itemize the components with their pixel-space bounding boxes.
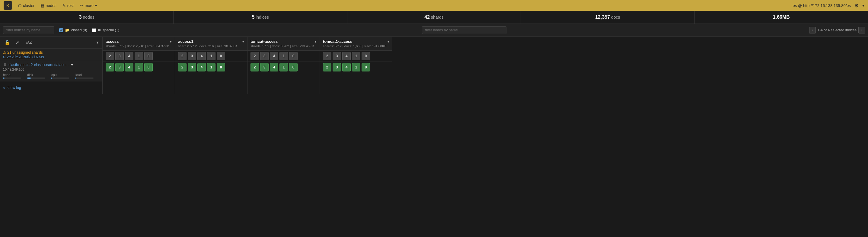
size-value: 1.66MB	[773, 14, 790, 20]
shard-cell-unassigned[interactable]: 0	[362, 52, 370, 60]
index-filter-input[interactable]	[3, 26, 54, 34]
shard-cell-unassigned[interactable]: 3	[260, 52, 269, 60]
shard-cell-unassigned[interactable]: 2	[105, 52, 114, 60]
shard-row-unassigned-tomcat1-access: 23410	[320, 50, 392, 62]
shard-cell-unassigned[interactable]: 0	[217, 52, 225, 60]
shard-cell-unassigned[interactable]: 1	[352, 52, 360, 60]
special-checkbox[interactable]	[92, 28, 96, 32]
heap-bar-fill	[3, 77, 4, 79]
shard-cell-assigned[interactable]: 3	[188, 63, 196, 71]
filter-bar: 📁 closed (0) ✱ special (1) ‹ 1-4 of 4 se…	[0, 24, 868, 37]
toolbar-dropdown-icon[interactable]: ▼	[96, 40, 99, 45]
load-label: load	[75, 73, 94, 77]
index-name-access1[interactable]: access1	[178, 39, 237, 44]
shard-cell-assigned[interactable]: 0	[289, 63, 298, 71]
index-name-tomcat1-access[interactable]: tomcat1-access	[323, 39, 386, 44]
docs-label: docs	[611, 15, 620, 20]
sort-az-icon: ↕AZ	[25, 40, 32, 45]
show-log-label: show log	[7, 86, 21, 90]
shard-cell-unassigned[interactable]: 1	[134, 52, 143, 60]
shard-cell-assigned[interactable]: 2	[323, 63, 331, 71]
shard-cell-unassigned[interactable]: 1	[279, 52, 288, 60]
shard-cell-assigned[interactable]: 4	[342, 63, 351, 71]
index-dropdown-tomcat-access[interactable]: ▾	[315, 40, 317, 44]
index-dropdown-tomcat1-access[interactable]: ▾	[388, 40, 389, 44]
navbar-left: K ⬡ cluster ▦ nodes ✎ rest ✏ more ▾	[4, 1, 97, 10]
navbar: K ⬡ cluster ▦ nodes ✎ rest ✏ more ▾ es @…	[0, 0, 868, 11]
more-icon: ✏	[80, 3, 83, 8]
index-dropdown-access[interactable]: ▾	[170, 40, 172, 44]
next-page-button[interactable]: ›	[858, 27, 865, 33]
shard-cell-assigned[interactable]: 3	[115, 63, 124, 71]
nav-more[interactable]: ✏ more ▾	[80, 3, 97, 8]
expand-button[interactable]: ⤢	[14, 39, 21, 46]
shard-cell-assigned[interactable]: 2	[105, 63, 114, 71]
shard-cell-assigned[interactable]: 3	[333, 63, 341, 71]
node-dropdown-icon[interactable]: ▼	[70, 63, 74, 67]
shard-cell-assigned[interactable]: 0	[217, 63, 225, 71]
stat-docs: 12,357 docs	[521, 11, 694, 24]
disk-bar-fill	[27, 77, 31, 79]
shard-cell-unassigned[interactable]: 0	[144, 52, 153, 60]
lock-button[interactable]: 🔓	[3, 39, 11, 46]
shard-cell-assigned[interactable]: 0	[144, 63, 153, 71]
node-filter-input[interactable]	[422, 26, 506, 34]
sort-button[interactable]: ↕AZ	[24, 39, 33, 45]
index-column-tomcat-access: tomcat-accessshards: 5 * 2 | docs: 8,262…	[247, 37, 320, 94]
indices-label: indices	[256, 15, 269, 20]
show-log-row[interactable]: ○ show log	[0, 81, 102, 94]
index-dropdown-access1[interactable]: ▾	[242, 40, 244, 44]
shard-cell-assigned[interactable]: 4	[270, 63, 278, 71]
pagination-text: 1-4 of 4 selected indices	[817, 28, 857, 32]
metric-disk: disk	[27, 73, 45, 79]
shard-cell-unassigned[interactable]: 1	[207, 52, 216, 60]
shard-cell-unassigned[interactable]: 2	[178, 52, 187, 60]
load-bar-bg	[75, 77, 94, 79]
shard-cell-assigned[interactable]: 1	[207, 63, 216, 71]
shard-cell-unassigned[interactable]: 2	[250, 52, 259, 60]
shard-cell-assigned[interactable]: 1	[352, 63, 360, 71]
index-name-access[interactable]: access	[105, 39, 169, 44]
shard-cell-unassigned[interactable]: 3	[115, 52, 124, 60]
nav-cluster[interactable]: ⬡ cluster	[18, 3, 34, 8]
index-column-access: accessshards: 5 * 2 | docs: 2,210 | size…	[103, 37, 175, 94]
shard-cell-unassigned[interactable]: 4	[342, 52, 351, 60]
settings-icon[interactable]: ⚙	[855, 3, 859, 8]
index-meta-tomcat-access: shards: 5 * 2 | docs: 8,262 | size: 793.…	[250, 44, 314, 48]
shard-cell-assigned[interactable]: 0	[362, 63, 370, 71]
settings-dropdown-icon[interactable]: ▾	[862, 3, 864, 8]
shard-cell-unassigned[interactable]: 3	[333, 52, 341, 60]
cpu-bar-bg	[51, 77, 69, 79]
shard-cell-unassigned[interactable]: 4	[270, 52, 278, 60]
brand-logo[interactable]: K	[4, 1, 12, 10]
index-meta-access1: shards: 5 * 2 | docs: 216 | size: 98.87K…	[178, 44, 237, 48]
index-name-tomcat-access[interactable]: tomcat-access	[250, 39, 314, 44]
stat-indices: 5 indices	[174, 11, 347, 24]
shard-cell-unassigned[interactable]: 2	[323, 52, 331, 60]
shard-cell-unassigned[interactable]: 3	[188, 52, 196, 60]
connection-info: es @ http://172.16.138.135:80/es	[793, 3, 851, 8]
shard-cell-unassigned[interactable]: 4	[197, 52, 206, 60]
shard-cell-unassigned[interactable]: 0	[289, 52, 298, 60]
shard-cell-assigned[interactable]: 1	[279, 63, 288, 71]
closed-checkbox[interactable]	[59, 28, 63, 32]
shard-cell-assigned[interactable]: 3	[260, 63, 269, 71]
nav-rest[interactable]: ✎ rest	[62, 3, 74, 8]
shard-cell-assigned[interactable]: 2	[178, 63, 187, 71]
shard-cell-assigned[interactable]: 4	[125, 63, 133, 71]
right-panel: accessshards: 5 * 2 | docs: 2,210 | size…	[103, 37, 868, 94]
nav-nodes[interactable]: ▦ nodes	[40, 3, 56, 8]
shard-cell-assigned[interactable]: 4	[197, 63, 206, 71]
disk-label: disk	[27, 73, 45, 77]
shard-cell-assigned[interactable]: 1	[134, 63, 143, 71]
cpu-bar-fill	[51, 77, 52, 79]
stat-size: 1.66MB	[695, 11, 868, 24]
shard-cell-unassigned[interactable]: 4	[125, 52, 133, 60]
stats-bar: 3 nodes 5 indices 42 shards 12,357 docs …	[0, 11, 868, 24]
server-icon: 🖥	[3, 63, 7, 67]
prev-page-button[interactable]: ‹	[809, 27, 816, 33]
shard-cell-assigned[interactable]: 2	[250, 63, 259, 71]
node-name[interactable]: elasticsearch-2-elasticsearc-datano...	[8, 63, 68, 67]
show-unhealthy-link[interactable]: show only unhealthy indices	[3, 55, 99, 58]
docs-count: 12,357	[595, 14, 610, 20]
